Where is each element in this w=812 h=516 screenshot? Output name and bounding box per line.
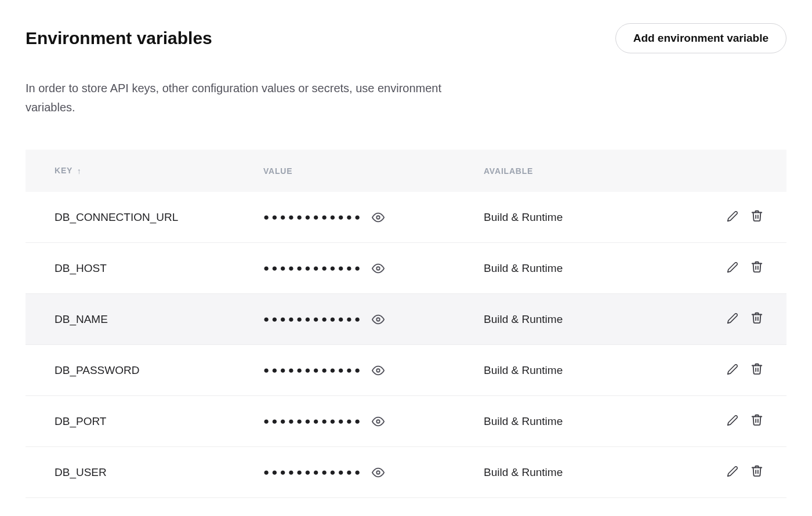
page-title: Environment variables [26,28,212,48]
env-var-masked-value: ●●●●●●●●●●●● [263,314,362,325]
table-row: DB_USER ●●●●●●●●●●●● Build & Runtime [26,447,786,498]
env-var-key: DB_NAME [26,294,263,345]
env-var-available: Build & Runtime [484,396,705,447]
pencil-icon [727,312,738,324]
delete-button[interactable] [751,209,763,222]
edit-button[interactable] [727,466,738,477]
delete-button[interactable] [751,413,763,426]
env-var-key: DB_HOST [26,243,263,294]
trash-icon [751,209,763,222]
edit-button[interactable] [727,210,738,222]
reveal-value-button[interactable] [372,313,385,326]
env-var-masked-value: ●●●●●●●●●●●● [263,467,362,478]
env-var-masked-value: ●●●●●●●●●●●● [263,212,362,223]
trash-icon [751,464,763,477]
env-var-key: DB_PORT [26,396,263,447]
reveal-value-button[interactable] [372,211,385,224]
trash-icon [751,311,763,324]
reveal-value-button[interactable] [372,466,385,479]
trash-icon [751,260,763,273]
eye-icon [372,364,385,377]
table-row: DB_HOST ●●●●●●●●●●●● Build & Runtime [26,243,786,294]
trash-icon [751,362,763,375]
env-var-key: DB_CONNECTION_URL [26,192,263,243]
table-row: DB_PASSWORD ●●●●●●●●●●●● Build & Runtime [26,345,786,396]
column-header-value[interactable]: VALUE [263,150,484,192]
edit-button[interactable] [727,364,738,375]
eye-icon [372,211,385,224]
reveal-value-button[interactable] [372,415,385,428]
env-var-masked-value: ●●●●●●●●●●●● [263,263,362,274]
env-vars-table: KEY ↑ VALUE AVAILABLE DB_CONNECTION_URL … [26,150,786,498]
eye-icon [372,313,385,326]
delete-button[interactable] [751,311,763,324]
add-environment-variable-button[interactable]: Add environment variable [615,23,786,53]
env-var-available: Build & Runtime [484,192,705,243]
pencil-icon [727,261,738,273]
env-var-key: DB_PASSWORD [26,345,263,396]
env-var-available: Build & Runtime [484,294,705,345]
svg-point-2 [376,318,380,322]
column-header-value-label: VALUE [263,166,292,176]
pencil-icon [727,415,738,426]
svg-point-0 [376,216,380,220]
svg-point-4 [376,420,380,424]
pencil-icon [727,466,738,477]
env-var-masked-value: ●●●●●●●●●●●● [263,416,362,427]
edit-button[interactable] [727,415,738,426]
trash-icon [751,413,763,426]
table-row: DB_NAME ●●●●●●●●●●●● Build & Runtime [26,294,786,345]
pencil-icon [727,364,738,375]
eye-icon [372,466,385,479]
svg-point-3 [376,369,380,373]
edit-button[interactable] [727,312,738,324]
table-row: DB_PORT ●●●●●●●●●●●● Build & Runtime [26,396,786,447]
column-header-key-label: KEY [55,166,72,175]
reveal-value-button[interactable] [372,262,385,275]
env-var-available: Build & Runtime [484,243,705,294]
eye-icon [372,415,385,428]
column-header-available-label: AVAILABLE [484,166,533,176]
edit-button[interactable] [727,261,738,273]
delete-button[interactable] [751,362,763,375]
table-row: DB_CONNECTION_URL ●●●●●●●●●●●● Build & R… [26,192,786,243]
pencil-icon [727,210,738,222]
svg-point-1 [376,267,380,271]
env-var-masked-value: ●●●●●●●●●●●● [263,365,362,376]
env-var-key: DB_USER [26,447,263,498]
page-description: In order to store API keys, other config… [26,79,484,117]
svg-point-5 [376,471,380,475]
column-header-actions [705,150,786,192]
column-header-key[interactable]: KEY ↑ [26,150,263,192]
env-var-available: Build & Runtime [484,345,705,396]
delete-button[interactable] [751,464,763,477]
env-var-available: Build & Runtime [484,447,705,498]
sort-ascending-icon: ↑ [77,166,82,176]
eye-icon [372,262,385,275]
reveal-value-button[interactable] [372,364,385,377]
column-header-available[interactable]: AVAILABLE [484,150,705,192]
delete-button[interactable] [751,260,763,273]
